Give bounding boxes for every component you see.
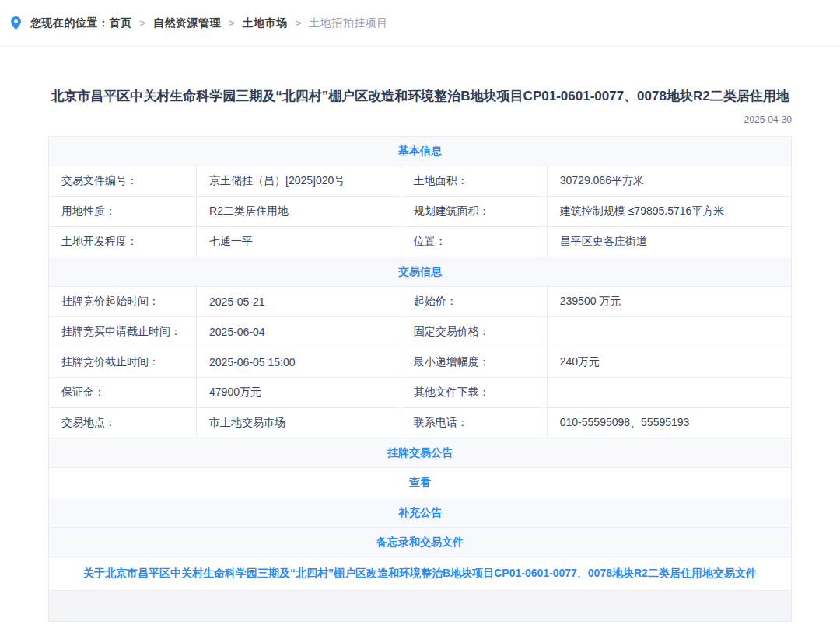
- field-label: 土地开发程度：: [49, 227, 197, 257]
- field-value: 昌平区史各庄街道: [547, 227, 791, 257]
- field-label: 挂牌竞价截止时间：: [49, 347, 197, 378]
- field-label: 挂牌竞价起始时间：: [49, 287, 197, 317]
- section-title: 基本信息: [49, 137, 792, 166]
- field-value: 市土地交易市场: [197, 408, 401, 438]
- table-row: 用地性质： R2二类居住用地 规划建筑面积： 建筑控制规模 ≤79895.571…: [49, 197, 792, 227]
- field-label: 交易文件编号：: [49, 166, 197, 197]
- field-value: 010-55595098、55595193: [547, 408, 791, 438]
- field-value: 30729.066平方米: [547, 166, 791, 197]
- field-value: [547, 378, 791, 408]
- section-header-memo-and-documents: 备忘录和交易文件: [49, 528, 792, 557]
- section-header-listing-announcement: 挂牌交易公告: [49, 438, 792, 468]
- table-row: 交易地点： 市土地交易市场 联系电话： 010-55595098、5559519…: [49, 408, 792, 438]
- field-value: 京土储挂（昌）[2025]020号: [197, 166, 401, 197]
- section-title: 挂牌交易公告: [49, 438, 792, 468]
- field-label: 规划建筑面积：: [401, 197, 547, 227]
- field-value: 240万元: [547, 347, 791, 378]
- field-value: 239500 万元: [547, 287, 791, 317]
- breadcrumb-item-home[interactable]: 首页: [110, 16, 132, 30]
- main-content: 北京市昌平区中关村生命科学园三期及“北四村”棚户区改造和环境整治B地块项目CP0…: [48, 86, 792, 622]
- breadcrumb-separator: >: [229, 17, 235, 29]
- transaction-document-link-row[interactable]: 关于北京市昌平区中关村生命科学园三期及“北四村”棚户区改造和环境整治B地块项目C…: [49, 557, 792, 591]
- field-label: 位置：: [401, 227, 547, 257]
- breadcrumb-item-natural-resources[interactable]: 自然资源管理: [153, 16, 221, 30]
- section-title: 交易信息: [49, 257, 792, 287]
- field-label: 交易地点：: [49, 408, 197, 438]
- field-value: 2025-06-04: [197, 317, 401, 347]
- breadcrumb: 您现在的位置： 首页 > 自然资源管理 > 土地市场 > 土地招拍挂项目: [0, 0, 840, 47]
- field-value: [547, 317, 791, 347]
- field-label: 其他文件下载：: [401, 378, 547, 408]
- section-title: 补充公告: [49, 498, 792, 528]
- field-value: 2025-06-05 15:00: [197, 347, 401, 378]
- table-row: 挂牌竞买申请截止时间： 2025-06-04 固定交易价格：: [49, 317, 792, 347]
- view-link[interactable]: 查看: [49, 468, 792, 498]
- section-header-supplementary-announcement: 补充公告: [49, 498, 792, 528]
- breadcrumb-item-current-page: 土地招拍挂项目: [309, 16, 388, 30]
- section-title: 备忘录和交易文件: [49, 528, 792, 557]
- field-value: 2025-05-21: [197, 287, 401, 317]
- publish-date: 2025-04-30: [48, 114, 792, 125]
- field-label: 用地性质：: [49, 197, 197, 227]
- table-row: 保证金： 47900万元 其他文件下载：: [49, 378, 792, 408]
- field-value: R2二类居住用地: [197, 197, 401, 227]
- breadcrumb-separator: >: [296, 17, 302, 29]
- field-label: 起始价：: [401, 287, 547, 317]
- transaction-document-link[interactable]: 关于北京市昌平区中关村生命科学园三期及“北四村”棚户区改造和环境整治B地块项目C…: [49, 557, 792, 591]
- location-pin-icon: [11, 16, 21, 30]
- table-row: 挂牌竞价截止时间： 2025-06-05 15:00 最小递增幅度： 240万元: [49, 347, 792, 378]
- breadcrumb-prefix: 您现在的位置：: [30, 16, 110, 30]
- field-label: 土地面积：: [401, 166, 547, 197]
- section-header-transaction-info: 交易信息: [49, 257, 792, 287]
- field-label: 固定交易价格：: [401, 317, 547, 347]
- breadcrumb-separator: >: [140, 17, 146, 29]
- section-header-basic-info: 基本信息: [49, 137, 792, 166]
- field-label: 挂牌竞买申请截止时间：: [49, 317, 197, 347]
- field-label: 最小递增幅度：: [401, 347, 547, 378]
- view-announcement-link-row[interactable]: 查看: [49, 468, 792, 498]
- field-label: 保证金：: [49, 378, 197, 408]
- field-value: 47900万元: [197, 378, 401, 408]
- field-value: 建筑控制规模 ≤79895.5716平方米: [547, 197, 791, 227]
- table-row-partial: [49, 591, 792, 622]
- breadcrumb-item-land-market[interactable]: 土地市场: [243, 16, 288, 30]
- table-row: 土地开发程度： 七通一平 位置： 昌平区史各庄街道: [49, 227, 792, 257]
- field-value: 七通一平: [197, 227, 401, 257]
- table-row: 交易文件编号： 京土储挂（昌）[2025]020号 土地面积： 30729.06…: [49, 166, 792, 197]
- field-label: 联系电话：: [401, 408, 547, 438]
- project-info-table: 基本信息 交易文件编号： 京土储挂（昌）[2025]020号 土地面积： 307…: [48, 136, 792, 622]
- page-title: 北京市昌平区中关村生命科学园三期及“北四村”棚户区改造和环境整治B地块项目CP0…: [48, 86, 792, 106]
- table-row: 挂牌竞价起始时间： 2025-05-21 起始价： 239500 万元: [49, 287, 792, 317]
